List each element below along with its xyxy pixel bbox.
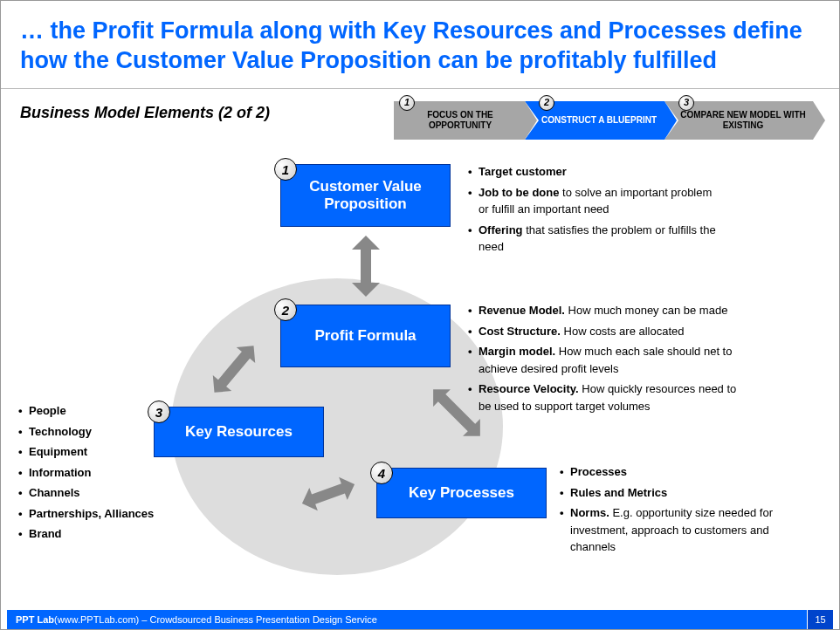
list-item: Offering that satisfies the problem or f… [468,222,717,256]
box-customer-value-proposition: 1 Customer Value Proposition [280,164,451,227]
box-4-number: 4 [370,462,393,484]
box-key-processes: 4 Key Processes [376,468,547,518]
list-item: Rules and Metrics [560,484,804,502]
box-1-number: 1 [274,158,297,181]
svg-marker-1 [205,338,263,401]
box-3-label: Key Resources [185,423,293,441]
list-item: Partnerships, Alliances [18,505,176,523]
diagram-canvas: 1 Customer Value Proposition 2 Profit Fo… [1,149,840,603]
box-key-resources: 3 Key Resources [154,407,324,457]
page-number: 15 [807,610,833,629]
step-1: 1 FOCUS ON THE OPPORTUNITY [394,101,525,140]
list-item: Target customer [468,163,717,181]
slide-subtitle: Business Model Elements (2 of 2) [20,104,270,122]
step-1-number: 1 [399,95,415,111]
box-2-label: Profit Formula [314,327,416,345]
list-item: Technology [18,423,176,441]
list-item: Channels [18,484,176,502]
svg-marker-3 [298,473,359,515]
bullets-profit-formula: Revenue Model. How much money can be mad… [468,302,739,418]
bullets-key-resources: PeopleTechnologyEquipmentInformationChan… [18,402,176,546]
list-item: Margin model. How much each sale should … [468,343,739,377]
step-2-number: 2 [539,95,554,111]
bullets-key-processes: ProcessesRules and MetricsNorms. E.g. op… [560,463,804,559]
step-3-number: 3 [678,95,694,111]
list-item: People [18,402,176,420]
footer-bar: PPT Lab (www.PPTLab.com) – Crowdsourced … [7,610,833,629]
step-2-label: CONSTRUCT A BLUEPRINT [541,115,657,126]
box-4-label: Key Processes [409,484,514,502]
box-2-number: 2 [274,298,297,321]
box-1-label: Customer Value Proposition [281,178,450,213]
double-arrow-diagonal-icon [197,337,272,402]
footer-text: (www.PPTLab.com) – Crowdsourced Business… [54,614,377,625]
step-1-label: FOCUS ON THE OPPORTUNITY [403,110,518,131]
step-3: 3 COMPARE NEW MODEL WITH EXISTING [664,101,813,140]
list-item: Processes [560,463,804,481]
double-arrow-vertical-icon [347,236,385,297]
list-item: Brand [18,525,176,543]
step-3-label: COMPARE NEW MODEL WITH EXISTING [680,110,806,131]
list-item: Information [18,464,176,482]
process-stepper: 1 FOCUS ON THE OPPORTUNITY 2 CONSTRUCT A… [394,101,813,140]
list-item: Job to be done to solve an important pro… [468,184,717,218]
double-arrow-diagonal-icon [289,468,368,520]
list-item: Revenue Model. How much money can be mad… [468,302,739,319]
list-item: Resource Velocity. How quickly resources… [468,380,739,414]
svg-marker-0 [352,236,380,297]
box-profit-formula: 2 Profit Formula [280,305,451,367]
footer-brand: PPT Lab [16,614,54,625]
bullets-cvp: Target customerJob to be done to solve a… [468,163,717,259]
slide-title: … the Profit Formula along with Key Reso… [1,1,839,89]
list-item: Cost Structure. How costs are allocated [468,323,739,340]
list-item: Norms. E.g. opportunity size needed for … [560,504,804,556]
step-2-active: 2 CONSTRUCT A BLUEPRINT [525,101,664,140]
list-item: Equipment [18,443,176,461]
